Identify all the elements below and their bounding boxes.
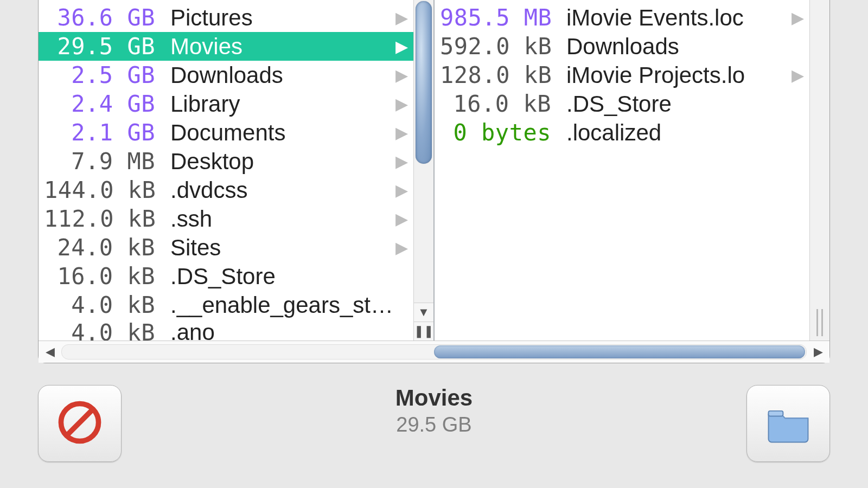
chevron-right-icon: ▶: [395, 38, 408, 55]
list-item[interactable]: 16.0 kB.DS_Store: [435, 89, 809, 118]
vertical-scroll-track[interactable]: [810, 0, 829, 341]
item-name: .ano: [170, 319, 413, 341]
item-name: Sites: [170, 235, 413, 261]
scroll-drag-icon[interactable]: ❚❚: [414, 322, 433, 341]
item-size: 36.6 GB: [44, 4, 155, 31]
list-item[interactable]: 36.6 GBPictures▶: [39, 3, 413, 32]
item-size: 592.0 kB: [440, 33, 551, 60]
item-size: 985.5 MB: [440, 4, 551, 31]
list-item[interactable]: 24.0 kBSites▶: [39, 233, 413, 262]
selection-summary: Movies 29.5 GB: [122, 385, 746, 436]
item-size: 16.0 kB: [44, 263, 155, 290]
chevron-right-icon: ▶: [395, 125, 408, 141]
item-name: .__enable_gears_st…: [170, 292, 413, 318]
item-size: 128.0 kB: [440, 62, 551, 88]
column-view: 36.6 GBPictures▶29.5 GBMovies▶2.5 GBDown…: [39, 0, 829, 341]
list-item[interactable]: 4.0 kB.ano: [39, 319, 413, 341]
item-name: Downloads: [170, 62, 413, 88]
list-item[interactable]: 144.0 kB.dvdcss▶: [39, 176, 413, 204]
horizontal-scrollbar[interactable]: ◀ ▶: [39, 341, 829, 363]
item-name: Downloads: [566, 34, 809, 60]
chevron-right-icon: ▶: [395, 240, 408, 256]
movies-column: 985.5 MBiMovie Events.loc▶592.0 kBDownlo…: [433, 0, 829, 341]
chevron-right-icon: ▶: [395, 67, 408, 84]
reveal-in-finder-button[interactable]: [746, 385, 830, 462]
chevron-right-icon: ▶: [395, 96, 408, 112]
item-name: Library: [170, 91, 413, 117]
delete-button[interactable]: [38, 385, 122, 462]
item-size: 2.1 GB: [44, 119, 155, 146]
item-name: iMovie Projects.lo: [566, 62, 809, 88]
list-item[interactable]: 2.1 GBDocuments▶: [39, 118, 413, 147]
item-name: iMovie Events.loc: [566, 5, 809, 31]
item-name: .DS_Store: [566, 91, 809, 117]
item-name: Movies: [170, 34, 413, 60]
list-item[interactable]: 4.0 kB.__enable_gears_st…: [39, 291, 413, 319]
chevron-right-icon: ▶: [395, 153, 408, 170]
list-item[interactable]: 112.0 kB.ssh▶: [39, 204, 413, 233]
item-size: 7.9 MB: [44, 148, 155, 175]
item-size: 29.5 GB: [44, 33, 155, 60]
svg-line-1: [67, 410, 92, 435]
folder-icon: [762, 396, 814, 451]
chevron-right-icon: ▶: [395, 182, 408, 198]
vertical-scroll-thumb[interactable]: [816, 309, 823, 336]
footer-bar: Movies 29.5 GB: [38, 363, 830, 488]
home-column: 36.6 GBPictures▶29.5 GBMovies▶2.5 GBDown…: [39, 0, 433, 341]
item-size: 144.0 kB: [44, 177, 155, 203]
vertical-scroll-thumb[interactable]: [416, 1, 432, 164]
list-item[interactable]: 128.0 kBiMovie Projects.lo▶: [435, 61, 809, 89]
item-name: Desktop: [170, 149, 413, 175]
item-name: .DS_Store: [170, 264, 413, 290]
file-list[interactable]: 985.5 MBiMovie Events.loc▶592.0 kBDownlo…: [435, 0, 809, 341]
scroll-left-arrow-icon[interactable]: ◀: [42, 344, 58, 360]
item-name: .localized: [566, 120, 809, 146]
item-name: .ssh: [170, 206, 413, 232]
scroll-right-arrow-icon[interactable]: ▶: [810, 344, 826, 360]
horizontal-scroll-track[interactable]: [61, 344, 807, 359]
item-size: 24.0 kB: [44, 234, 155, 261]
item-size: 4.0 kB: [44, 292, 155, 318]
item-size: 2.4 GB: [44, 91, 155, 117]
list-item[interactable]: 2.5 GBDownloads▶: [39, 61, 413, 89]
list-item[interactable]: 7.9 MBDesktop▶: [39, 147, 413, 176]
chevron-right-icon: ▶: [395, 10, 408, 26]
list-item[interactable]: 985.5 MBiMovie Events.loc▶: [435, 3, 809, 32]
list-item[interactable]: 29.5 GBMovies▶: [39, 32, 413, 61]
item-size: 16.0 kB: [440, 91, 551, 117]
chevron-right-icon: ▶: [395, 211, 408, 227]
vertical-scroll-track[interactable]: [414, 0, 433, 303]
item-size: 112.0 kB: [44, 206, 155, 232]
list-item[interactable]: 592.0 kBDownloads: [435, 32, 809, 61]
list-item[interactable]: 16.0 kB.DS_Store: [39, 262, 413, 291]
file-list[interactable]: 36.6 GBPictures▶29.5 GBMovies▶2.5 GBDown…: [39, 0, 413, 341]
chevron-right-icon: ▶: [792, 67, 804, 84]
file-browser-window: 36.6 GBPictures▶29.5 GBMovies▶2.5 GBDown…: [38, 0, 830, 363]
selection-size: 29.5 GB: [396, 413, 471, 436]
vertical-scrollbar[interactable]: [809, 0, 829, 341]
horizontal-scroll-thumb[interactable]: [434, 345, 805, 358]
chevron-right-icon: ▶: [792, 10, 804, 26]
list-item[interactable]: 0 bytes.localized: [435, 118, 809, 147]
svg-rect-2: [769, 411, 783, 416]
item-size: 0 bytes: [440, 119, 551, 146]
item-name: Documents: [170, 120, 413, 146]
selection-name: Movies: [395, 385, 473, 411]
scroll-down-arrow-icon[interactable]: ▼: [414, 303, 433, 322]
item-name: .dvdcss: [170, 177, 413, 203]
list-item[interactable]: 2.4 GBLibrary▶: [39, 89, 413, 118]
item-size: 4.0 kB: [44, 319, 155, 341]
vertical-scrollbar[interactable]: ▼❚❚: [413, 0, 433, 341]
item-size: 2.5 GB: [44, 62, 155, 88]
item-name: Pictures: [170, 5, 413, 31]
no-entry-icon: [54, 396, 106, 451]
